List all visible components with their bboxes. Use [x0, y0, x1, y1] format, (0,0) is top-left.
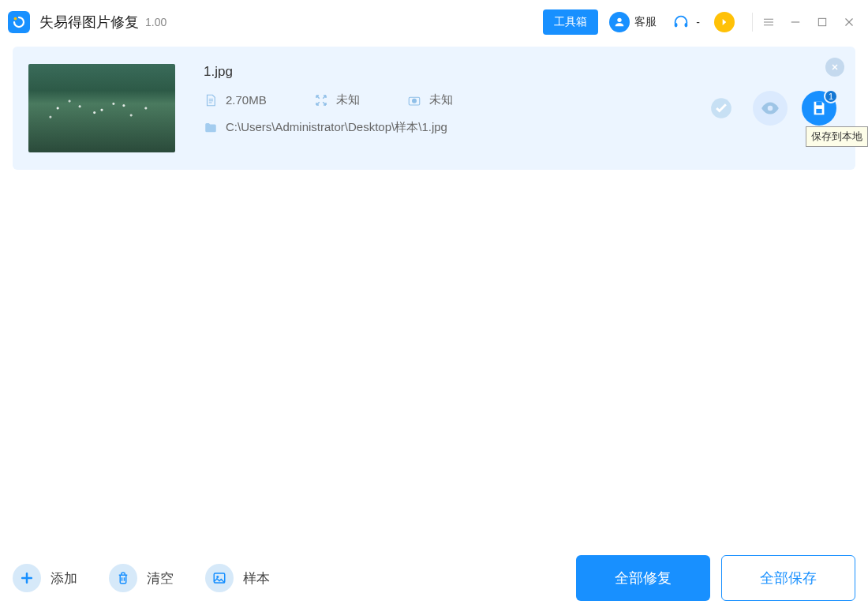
headset-label: -	[696, 16, 700, 28]
support-button[interactable]: 客服	[609, 12, 657, 32]
file-card: 1.jpg 2.70MB 未知	[13, 47, 855, 170]
content-area: 1.jpg 2.70MB 未知	[0, 43, 868, 170]
camera-icon	[407, 93, 421, 107]
support-icon	[609, 12, 630, 32]
svg-rect-4	[818, 18, 825, 25]
file-path-value: C:\Users\Administrator\Desktop\样本\1.jpg	[226, 120, 447, 135]
headset-icon	[671, 12, 691, 32]
svg-point-0	[14, 17, 17, 20]
file-dimension: 未知	[314, 92, 360, 107]
file-dimension-value: 未知	[336, 92, 360, 107]
maximize-button[interactable]	[811, 11, 833, 33]
svg-rect-3	[685, 22, 688, 26]
vip-button[interactable]	[714, 12, 739, 32]
app-logo	[8, 11, 30, 33]
preview-button[interactable]	[753, 91, 788, 126]
close-button[interactable]	[838, 11, 860, 33]
vip-icon	[714, 12, 735, 32]
file-size: 2.70MB	[204, 93, 267, 107]
file-extra: 未知	[407, 92, 453, 107]
file-info: 1.jpg 2.70MB 未知	[204, 64, 704, 152]
clear-label: 清空	[147, 569, 174, 588]
sample-button[interactable]: 样本	[205, 564, 270, 592]
file-name: 1.jpg	[204, 64, 704, 80]
titlebar: 失易得图片修复 1.00 工具箱 客服 -	[0, 0, 868, 43]
add-label: 添加	[51, 569, 77, 588]
save-badge: 1	[824, 89, 838, 103]
svg-point-1	[618, 17, 622, 21]
file-meta-row: 2.70MB 未知 未知	[204, 92, 704, 107]
divider	[752, 13, 753, 32]
save-all-button[interactable]: 全部保存	[721, 555, 855, 601]
add-button[interactable]: 添加	[13, 564, 77, 592]
app-title: 失易得图片修复	[39, 13, 139, 32]
save-tooltip: 保存到本地	[806, 126, 868, 147]
status-check-icon	[704, 91, 739, 126]
image-icon	[205, 564, 234, 592]
add-icon	[13, 564, 41, 592]
remove-file-button[interactable]	[825, 58, 844, 77]
file-extra-value: 未知	[429, 92, 453, 107]
folder-icon	[204, 121, 218, 135]
support-label: 客服	[634, 15, 657, 29]
svg-rect-9	[816, 102, 821, 106]
toolbox-button[interactable]: 工具箱	[543, 9, 598, 35]
svg-rect-2	[675, 22, 678, 26]
headset-button[interactable]: -	[671, 12, 700, 32]
trash-icon	[109, 564, 137, 592]
clear-button[interactable]: 清空	[109, 564, 174, 592]
file-path-row: C:\Users\Administrator\Desktop\样本\1.jpg	[204, 120, 704, 135]
svg-point-8	[768, 106, 773, 111]
footer: 添加 清空 样本 全部修复 全部保存	[0, 544, 868, 612]
svg-point-12	[216, 576, 219, 578]
file-size-value: 2.70MB	[226, 93, 267, 107]
repair-all-button[interactable]: 全部修复	[576, 555, 710, 601]
save-button[interactable]: 1	[802, 91, 836, 126]
app-version: 1.00	[145, 16, 166, 28]
dimension-icon	[314, 93, 328, 107]
file-size-icon	[204, 93, 218, 107]
svg-rect-10	[816, 109, 821, 114]
file-thumbnail	[28, 64, 175, 152]
minimize-button[interactable]	[784, 11, 806, 33]
sample-label: 样本	[243, 569, 270, 588]
svg-point-6	[412, 98, 417, 103]
menu-button[interactable]	[758, 11, 780, 33]
